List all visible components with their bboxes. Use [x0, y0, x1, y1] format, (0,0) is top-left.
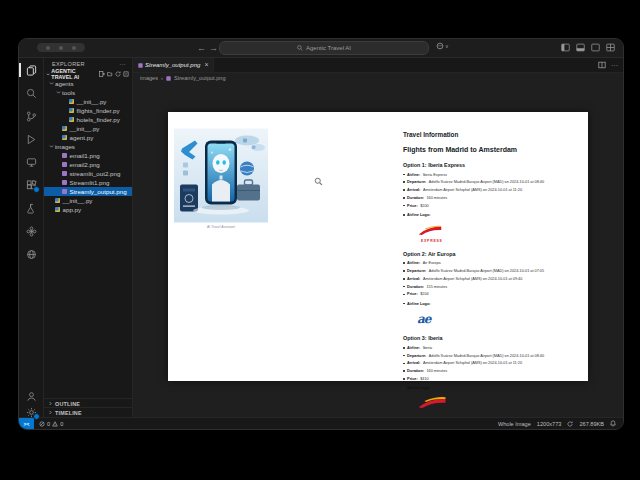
tree-item-email2[interactable]: email2.png [44, 160, 132, 169]
bullet-icon [403, 294, 405, 296]
vscode-window: ← → Agentic Travel AI ∨ [18, 38, 624, 430]
refresh-icon[interactable] [115, 71, 121, 77]
forward-icon[interactable]: → [209, 40, 218, 56]
copilot-menu[interactable]: ∨ [436, 42, 449, 50]
settings-gear-icon[interactable] [19, 402, 43, 422]
image-dimensions: 1200x773 [537, 421, 562, 427]
source-control-icon[interactable] [19, 106, 43, 126]
extensions-icon[interactable] [19, 175, 43, 195]
python-icon [62, 126, 67, 131]
doc-title: Travel Information [403, 131, 581, 138]
flight-detail: Duration:155 minutes [403, 285, 581, 289]
bullet-icon [403, 347, 405, 349]
editor-group: Streamly_output.png × ··· images › Strea… [133, 58, 623, 417]
image-file-icon [62, 189, 67, 194]
tab-streamly-output[interactable]: Streamly_output.png × [133, 58, 214, 72]
tree-item-app-py[interactable]: app.py [44, 205, 132, 214]
tree-item-streamlit1[interactable]: Streamlit1.png [44, 178, 132, 187]
bullet-icon [403, 278, 405, 280]
tree-item-tools[interactable]: tools [44, 88, 132, 97]
customize-layout-icon[interactable] [606, 43, 615, 52]
new-folder-icon[interactable] [107, 71, 113, 77]
timeline-panel[interactable]: TIMELINE [44, 407, 132, 417]
search-view-icon[interactable] [19, 83, 43, 103]
python-icon [55, 198, 60, 203]
split-editor-icon[interactable] [598, 61, 606, 69]
tree-item-streamly-output[interactable]: Streamly_output.png [44, 187, 132, 196]
explorer-title: EXPLORER [52, 61, 85, 67]
globe-extension-icon[interactable] [19, 244, 43, 264]
new-file-icon[interactable] [99, 71, 105, 77]
flight-detail: Departure:Adolfo Suárez Madrid-Barajas A… [403, 180, 581, 184]
bullet-icon [403, 387, 405, 389]
bell-icon[interactable] [610, 420, 616, 427]
remote-explorer-icon[interactable] [19, 152, 43, 172]
flight-detail: Arrival:Amsterdam Airport Schiphol (AMS)… [403, 361, 581, 365]
tree-item-hotels-finder[interactable]: hotels_finder.py [44, 115, 132, 124]
bullet-icon [403, 174, 405, 176]
tree-item-flights-finder[interactable]: flights_finder.py [44, 106, 132, 115]
editor-more-actions-icon[interactable]: ··· [611, 62, 618, 69]
run-debug-icon[interactable] [19, 129, 43, 149]
image-file-icon [62, 162, 67, 167]
flight-detail: Airline:Iberia Express [403, 173, 581, 177]
robot-face [213, 154, 230, 173]
bullet-icon [403, 205, 405, 207]
tree-item-init-root[interactable]: __init__.py [44, 196, 132, 205]
tree-item-streamlit-out2[interactable]: streamlit_out2.png [44, 169, 132, 178]
chevron-down-icon: ∨ [445, 43, 449, 49]
airline-logo-row: Airline Logo: [403, 213, 581, 217]
explorer-more-icon[interactable]: ··· [120, 61, 127, 67]
flight-detail: Price:$204 [403, 292, 581, 296]
airline-logo-row: Airline Logo: [403, 386, 581, 390]
python-icon [69, 99, 74, 104]
extensions-badge [33, 186, 40, 193]
tree-item-email1[interactable]: email1.png [44, 151, 132, 160]
breadcrumb[interactable]: images › Streamly_output.png [133, 73, 623, 83]
collapse-all-icon[interactable] [123, 71, 129, 77]
flight-detail: Price:$410 [403, 377, 581, 381]
breadcrumb-separator: › [161, 75, 163, 81]
search-icon [297, 45, 303, 51]
tree-item-init-tools[interactable]: __init__.py [44, 97, 132, 106]
title-bar: ← → Agentic Travel AI ∨ [19, 39, 623, 58]
settings-badge [33, 413, 40, 420]
sync-icon[interactable] [567, 421, 573, 427]
explorer-icon[interactable] [19, 60, 43, 80]
tree-item-agents[interactable]: agents [44, 79, 132, 88]
tree-item-agent-py[interactable]: agent.py [44, 133, 132, 142]
back-icon[interactable]: ← [197, 40, 206, 56]
bullet-icon [403, 378, 405, 380]
doc-heading: Flights from Madrid to Amsterdam [403, 146, 581, 153]
zoom-cursor-icon [314, 177, 323, 186]
bullet-icon [403, 355, 405, 357]
option-1-title: Option 1: Iberia Express [403, 162, 581, 168]
toggle-secondary-sidebar-icon[interactable] [591, 43, 600, 52]
warning-icon [52, 421, 58, 427]
airline-logo-row: Airline Logo: [403, 302, 581, 306]
image-preview-canvas[interactable]: AI Travel Assistant Travel Information F… [133, 83, 623, 417]
image-file-icon [166, 76, 171, 81]
toggle-sidebar-icon[interactable] [561, 43, 570, 52]
python-icon [62, 135, 67, 140]
pinwheel-extension-icon[interactable] [19, 221, 43, 241]
testing-flask-icon[interactable] [19, 198, 43, 218]
image-file-icon [62, 171, 67, 176]
flight-detail: Airline:Iberia [403, 346, 581, 350]
command-center[interactable]: Agentic Travel AI [219, 41, 429, 55]
flight-detail: Duration:160 minutes [403, 369, 581, 373]
window-controls[interactable] [37, 43, 85, 52]
explorer-sidebar: EXPLORER ··· AGENTIC TRAVEL AI agents to… [44, 58, 133, 417]
zoom-mode-label[interactable]: Whole Image [498, 421, 531, 427]
option-2-title: Option 2: Air Europa [403, 251, 581, 257]
file-tree: agents tools __init__.py flights_finder.… [44, 79, 132, 214]
toggle-panel-icon[interactable] [576, 43, 585, 52]
bullet-icon [403, 303, 405, 305]
tree-item-images[interactable]: images [44, 142, 132, 151]
image-file-icon [62, 180, 67, 185]
workspace-header[interactable]: AGENTIC TRAVEL AI [44, 69, 132, 79]
tree-item-init-agents[interactable]: __init__.py [44, 124, 132, 133]
bullet-icon [403, 262, 405, 264]
image-file-icon [138, 63, 143, 68]
close-tab-icon[interactable]: × [204, 62, 208, 68]
